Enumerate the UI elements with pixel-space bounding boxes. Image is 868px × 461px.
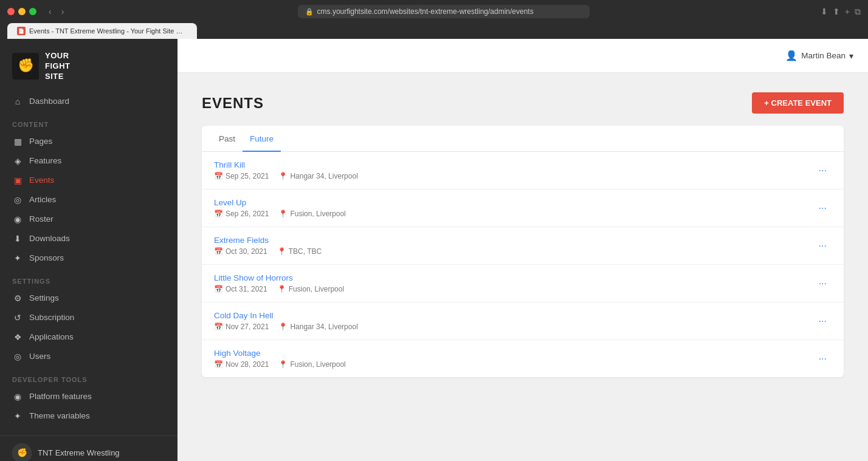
settings-icon: ⚙ [12, 293, 23, 303]
tabs-icon[interactable]: ⧉ [855, 7, 861, 17]
event-info: Thrill Kill 📅 Sep 25, 2021 📍 Hangar 34, … [214, 160, 814, 180]
sidebar-item-pages[interactable]: ▦ Pages [0, 132, 177, 151]
sidebar-item-label: Applications [29, 332, 74, 341]
location-icon: 📍 [278, 210, 288, 218]
calendar-icon: 📅 [214, 285, 223, 293]
calendar-icon: 📅 [214, 172, 223, 180]
sidebar-item-articles[interactable]: ◎ Articles [0, 190, 177, 210]
sidebar-item-roster[interactable]: ◉ Roster [0, 210, 177, 229]
browser-toolbar: ⬇ ⬆ + ⧉ [821, 7, 861, 17]
event-actions-menu[interactable]: ··· [814, 238, 832, 254]
main-content: 👤 Martin Bean ▾ EVENTS + CREATE EVENT Pa… [177, 39, 868, 461]
lock-icon: 🔒 [305, 8, 314, 16]
sidebar-item-downloads[interactable]: ⬇ Downloads [0, 229, 177, 248]
location-icon: 📍 [278, 323, 288, 331]
new-tab-icon[interactable]: + [845, 7, 850, 17]
logo-area: ✊ YOURFIGHTSITE [0, 39, 177, 92]
tab-future[interactable]: Future [243, 126, 281, 152]
sidebar-item-label: Events [29, 176, 54, 185]
event-row[interactable]: Little Show of Horrors 📅 Oct 31, 2021 📍 … [202, 265, 844, 302]
location-icon: 📍 [278, 172, 288, 180]
create-event-button[interactable]: + CREATE EVENT [752, 92, 844, 114]
content-area: EVENTS + CREATE EVENT Past Future Thrill… [177, 73, 868, 461]
event-name: Level Up [214, 198, 814, 207]
platform-icon: ◉ [12, 392, 23, 401]
user-menu[interactable]: 👤 Martin Bean ▾ [785, 50, 853, 61]
sidebar-item-settings[interactable]: ⚙ Settings [0, 289, 177, 308]
tab-favicon: 📄 [17, 27, 26, 35]
event-actions-menu[interactable]: ··· [814, 163, 832, 179]
dropdown-chevron-icon: ▾ [849, 51, 853, 61]
sidebar-item-dashboard[interactable]: ⌂ Dashboard [0, 92, 177, 111]
pages-icon: ▦ [12, 137, 23, 146]
sidebar-item-label: Sponsors [29, 253, 64, 262]
sidebar-item-theme-variables[interactable]: ✦ Theme variables [0, 406, 177, 426]
events-icon: ▣ [12, 176, 23, 185]
events-list: Thrill Kill 📅 Sep 25, 2021 📍 Hangar 34, … [202, 152, 844, 377]
event-name: Little Show of Horrors [214, 273, 814, 282]
tab-title: Events - TNT Extreme Wrestling - Your Fi… [29, 27, 187, 35]
event-actions-menu[interactable]: ··· [814, 313, 832, 329]
event-row[interactable]: Cold Day In Hell 📅 Nov 27, 2021 📍 Hangar… [202, 302, 844, 340]
event-date: 📅 Nov 28, 2021 [214, 360, 269, 369]
sidebar-item-users[interactable]: ◎ Users [0, 347, 177, 366]
sidebar-item-events[interactable]: ▣ Events [0, 171, 177, 190]
page-header: EVENTS + CREATE EVENT [202, 92, 844, 114]
applications-icon: ❖ [12, 332, 23, 342]
fullscreen-button[interactable] [29, 8, 36, 15]
event-venue: 📍 Fusion, Liverpool [278, 210, 345, 218]
event-info: Cold Day In Hell 📅 Nov 27, 2021 📍 Hangar… [214, 311, 814, 331]
org-avatar: ✊ [12, 443, 32, 461]
event-actions-menu[interactable]: ··· [814, 276, 832, 292]
features-icon: ◈ [12, 156, 23, 166]
svg-text:✊: ✊ [17, 448, 28, 458]
sidebar-item-sponsors[interactable]: ✦ Sponsors [0, 248, 177, 268]
forward-button[interactable]: › [59, 5, 67, 18]
event-row[interactable]: Extreme Fields 📅 Oct 30, 2021 📍 TBC, TBC [202, 227, 844, 265]
sidebar-item-label: Dashboard [29, 97, 69, 106]
address-bar[interactable]: 🔒 cms.yourfightsite.com/websites/tnt-ext… [298, 5, 590, 18]
event-meta: 📅 Oct 30, 2021 📍 TBC, TBC [214, 247, 814, 256]
sidebar-item-applications[interactable]: ❖ Applications [0, 327, 177, 347]
sidebar-footer: ✊ TNT Extreme Wrestling [0, 435, 177, 461]
sidebar-item-label: Settings [29, 293, 59, 302]
event-actions-menu[interactable]: ··· [814, 200, 832, 216]
event-venue: 📍 Fusion, Liverpool [278, 360, 345, 369]
sidebar-item-label: Subscription [29, 313, 74, 322]
logo-text: YOURFIGHTSITE [45, 51, 71, 82]
location-icon: 📍 [277, 285, 286, 293]
event-row[interactable]: High Voltage 📅 Nov 28, 2021 📍 Fusion, Li… [202, 340, 844, 377]
event-meta: 📅 Oct 31, 2021 📍 Fusion, Liverpool [214, 285, 814, 293]
browser-chrome: ‹ › 🔒 cms.yourfightsite.com/websites/tnt… [0, 0, 868, 39]
sidebar-item-subscription[interactable]: ↺ Subscription [0, 308, 177, 327]
section-label-settings: SETTINGS [0, 268, 177, 289]
tab-past[interactable]: Past [212, 126, 243, 152]
event-date: 📅 Oct 30, 2021 [214, 247, 267, 256]
event-row[interactable]: Level Up 📅 Sep 26, 2021 📍 Fusion, Liverp… [202, 190, 844, 227]
roster-icon: ◉ [12, 214, 23, 224]
event-venue: 📍 Hangar 34, Liverpool [278, 323, 357, 331]
svg-text:✊: ✊ [18, 57, 35, 73]
browser-tab[interactable]: 📄 Events - TNT Extreme Wrestling - Your … [7, 23, 197, 39]
event-name: Cold Day In Hell [214, 311, 814, 320]
sidebar-nav: ⌂ Dashboard CONTENT ▦ Pages ◈ Features ▣… [0, 92, 177, 435]
sidebar-item-features[interactable]: ◈ Features [0, 151, 177, 171]
sidebar-item-label: Roster [29, 214, 53, 224]
event-actions-menu[interactable]: ··· [814, 351, 832, 367]
share-icon[interactable]: ⬆ [833, 7, 840, 17]
org-name: TNT Extreme Wrestling [38, 448, 120, 457]
sidebar-item-platform-features[interactable]: ◉ Platform features [0, 387, 177, 406]
event-name: Thrill Kill [214, 160, 814, 169]
downloads-icon[interactable]: ⬇ [821, 7, 828, 17]
minimize-button[interactable] [18, 8, 26, 15]
home-icon: ⌂ [12, 97, 23, 106]
sidebar-item-label: Theme variables [29, 411, 90, 420]
event-row[interactable]: Thrill Kill 📅 Sep 25, 2021 📍 Hangar 34, … [202, 152, 844, 190]
back-button[interactable]: ‹ [46, 5, 54, 18]
event-info: Little Show of Horrors 📅 Oct 31, 2021 📍 … [214, 273, 814, 293]
sidebar-item-label: Articles [29, 195, 56, 204]
event-name: Extreme Fields [214, 236, 814, 245]
location-icon: 📍 [278, 360, 288, 369]
close-button[interactable] [7, 8, 15, 15]
sidebar-item-label: Features [29, 156, 61, 165]
